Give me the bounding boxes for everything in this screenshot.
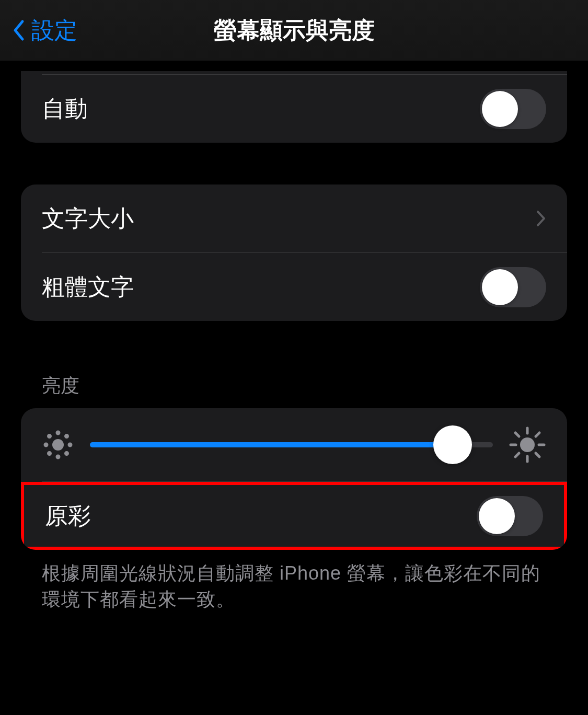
true-tone-description: 根據周圍光線狀況自動調整 iPhone 螢幕，讓色彩在不同的環境下都看起來一致。 (21, 550, 567, 613)
svg-point-1 (57, 432, 60, 434)
bold-text-row[interactable]: 粗體文字 (21, 253, 567, 321)
true-tone-toggle[interactable] (477, 496, 543, 536)
slider-fill (90, 442, 453, 447)
svg-point-4 (69, 444, 72, 446)
svg-line-15 (536, 453, 539, 457)
svg-point-9 (520, 437, 535, 452)
page-title: 螢幕顯示與亮度 (214, 15, 375, 46)
svg-line-17 (536, 433, 539, 436)
back-label: 設定 (31, 15, 77, 46)
chevron-left-icon (10, 18, 26, 43)
toggle-knob (479, 498, 515, 534)
svg-line-16 (515, 453, 519, 457)
true-tone-row[interactable]: 原彩 (21, 482, 567, 550)
sun-large-icon (509, 426, 546, 464)
brightness-slider-row (21, 408, 567, 481)
chevron-right-icon (536, 210, 546, 227)
appearance-group: 自動 (21, 71, 567, 143)
auto-toggle[interactable] (480, 89, 546, 129)
content: 自動 文字大小 粗體文字 亮度 (0, 71, 588, 613)
text-size-label: 文字大小 (42, 203, 134, 234)
nav-bar: 設定 螢幕顯示與亮度 (0, 0, 588, 61)
svg-point-6 (65, 452, 68, 455)
brightness-header: 亮度 (21, 373, 567, 408)
auto-label: 自動 (42, 94, 88, 124)
auto-row[interactable]: 自動 (21, 75, 567, 143)
text-group: 文字大小 粗體文字 (21, 184, 567, 321)
svg-point-5 (48, 435, 51, 437)
svg-line-14 (515, 433, 519, 436)
slider-thumb[interactable] (433, 425, 472, 464)
brightness-group: 原彩 (21, 408, 567, 550)
svg-point-2 (57, 456, 60, 458)
toggle-knob (482, 91, 518, 127)
brightness-slider[interactable] (90, 442, 493, 447)
bold-text-label: 粗體文字 (42, 272, 134, 303)
svg-point-8 (65, 435, 68, 437)
svg-point-3 (45, 444, 48, 446)
back-button[interactable]: 設定 (10, 15, 77, 46)
toggle-knob (482, 269, 518, 305)
svg-point-7 (48, 452, 51, 455)
sun-small-icon (42, 429, 74, 461)
text-size-row[interactable]: 文字大小 (21, 184, 567, 252)
true-tone-label: 原彩 (45, 501, 91, 532)
svg-point-0 (52, 439, 64, 451)
bold-text-toggle[interactable] (480, 267, 546, 307)
